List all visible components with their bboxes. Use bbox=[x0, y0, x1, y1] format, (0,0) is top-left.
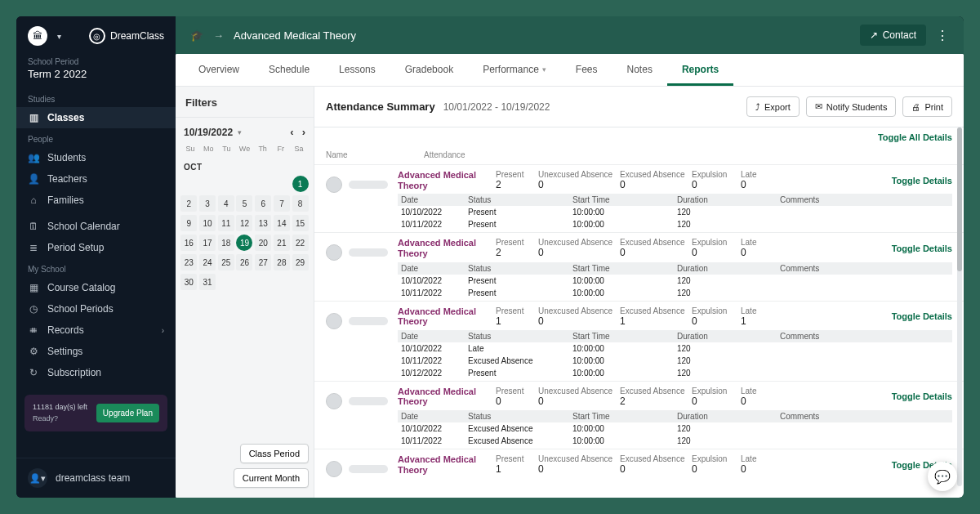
calendar-day[interactable]: 30 bbox=[180, 274, 197, 290]
student-row: Advanced Medical TheoryPresent2Unexcused… bbox=[314, 164, 964, 232]
calendar-day[interactable]: 22 bbox=[292, 235, 309, 251]
avatar bbox=[326, 177, 342, 193]
tab-notes[interactable]: Notes bbox=[612, 54, 667, 86]
calendar-day[interactable]: 6 bbox=[255, 195, 271, 212]
calendar-day[interactable]: 23 bbox=[180, 254, 197, 270]
subject-link[interactable]: Advanced Medical Theory bbox=[398, 454, 496, 475]
toggle-details[interactable]: Toggle Details bbox=[892, 391, 952, 401]
calendar-day[interactable]: 26 bbox=[236, 254, 252, 270]
class-period-button[interactable]: Class Period bbox=[240, 444, 309, 463]
calendar-day[interactable]: 17 bbox=[199, 235, 216, 251]
tab-fees[interactable]: Fees bbox=[561, 54, 612, 86]
toggle-details[interactable]: Toggle Details bbox=[892, 176, 952, 185]
avatar bbox=[326, 313, 342, 329]
upgrade-button[interactable]: Upgrade Plan bbox=[96, 404, 159, 422]
catalog-icon: ▦ bbox=[28, 282, 39, 293]
calendar-day[interactable]: 21 bbox=[274, 235, 290, 251]
calendar-day[interactable]: 12 bbox=[236, 215, 252, 231]
calendar-day[interactable]: 28 bbox=[274, 254, 290, 270]
sidebar-item-teachers[interactable]: 👤Teachers bbox=[16, 168, 176, 190]
sidebar-item-subscription[interactable]: ↻Subscription bbox=[16, 362, 176, 383]
calendar-day[interactable]: 3 bbox=[199, 195, 216, 212]
breadcrumb-title: Advanced Medical Theory bbox=[234, 29, 356, 42]
chevron-down-icon[interactable]: ▾ bbox=[238, 128, 242, 136]
calendar-day[interactable]: 16 bbox=[180, 235, 197, 251]
detail-row: 10/12/2022Present10:00:00120 bbox=[398, 367, 952, 379]
subject-link[interactable]: Advanced Medical Theory bbox=[398, 238, 496, 258]
calendar-day[interactable]: 24 bbox=[199, 254, 216, 270]
sidebar-item-calendar[interactable]: 🗓School Calendar bbox=[16, 216, 176, 237]
notify-button[interactable]: ✉Notify Students bbox=[806, 96, 897, 117]
prev-month[interactable]: ‹ bbox=[290, 126, 293, 138]
filter-date[interactable]: 10/19/2022 bbox=[184, 127, 233, 138]
detail-row: 10/10/2022Present10:00:00120 bbox=[398, 206, 952, 218]
calendar-day[interactable]: 14 bbox=[274, 215, 290, 231]
calendar-day[interactable]: 5 bbox=[236, 195, 252, 212]
calendar-day[interactable]: 29 bbox=[292, 254, 309, 270]
sidebar-item-records[interactable]: ⩩Records› bbox=[16, 320, 176, 341]
chevron-down-icon: ▾ bbox=[57, 32, 61, 41]
detail-row: 10/11/2022Excused Absence10:00:00120 bbox=[398, 435, 952, 447]
subject-link[interactable]: Advanced Medical Theory bbox=[398, 387, 496, 407]
toggle-details[interactable]: Toggle Details bbox=[892, 244, 952, 253]
current-month-button[interactable]: Current Month bbox=[234, 468, 309, 488]
toggle-all-details[interactable]: Toggle All Details bbox=[314, 127, 964, 147]
tab-schedule[interactable]: Schedule bbox=[254, 54, 324, 86]
sidebar-item-school-periods[interactable]: ◷School Periods bbox=[16, 298, 176, 320]
calendar-day[interactable]: 11 bbox=[218, 215, 234, 231]
calendar-day[interactable]: 13 bbox=[255, 215, 271, 231]
calendar-day[interactable]: 4 bbox=[218, 195, 234, 212]
print-button[interactable]: 🖨Print bbox=[902, 96, 952, 117]
calendar-day[interactable]: 27 bbox=[255, 254, 271, 270]
tab-lessons[interactable]: Lessons bbox=[324, 54, 390, 86]
calendar-day[interactable]: 31 bbox=[199, 274, 216, 290]
next-month[interactable]: › bbox=[302, 126, 305, 138]
calendar-day[interactable]: 9 bbox=[180, 215, 197, 231]
calendar-day[interactable]: 1 bbox=[292, 176, 309, 192]
tab-overview[interactable]: Overview bbox=[184, 54, 254, 86]
calendar-day[interactable]: 19 bbox=[236, 235, 252, 251]
sidebar-item-students[interactable]: 👥Students bbox=[16, 147, 176, 168]
sidebar-item-course-catalog[interactable]: ▦Course Catalog bbox=[16, 277, 176, 298]
user-menu[interactable]: 👤▾ dreamclass team bbox=[16, 458, 176, 498]
calendar-day[interactable]: 7 bbox=[274, 195, 290, 212]
student-name-placeholder bbox=[349, 397, 388, 405]
calendar-day[interactable]: 10 bbox=[199, 215, 216, 231]
student-row: Advanced Medical TheoryPresent1Unexcused… bbox=[314, 301, 964, 381]
student-name-placeholder bbox=[349, 181, 388, 189]
detail-row: 10/11/2022Present10:00:00120 bbox=[398, 218, 952, 230]
gear-icon: ⚙ bbox=[28, 346, 39, 357]
chat-fab[interactable]: 💬 bbox=[928, 462, 957, 491]
contact-button[interactable]: ↗Contact bbox=[860, 25, 926, 46]
user-avatar-icon: 👤▾ bbox=[28, 468, 47, 488]
toggle-details[interactable]: Toggle Details bbox=[892, 311, 952, 321]
sidebar-item-families[interactable]: ⌂Families bbox=[16, 190, 176, 211]
subject-link[interactable]: Advanced Medical Theory bbox=[398, 306, 496, 327]
calendar-day[interactable]: 2 bbox=[180, 195, 197, 212]
sidebar-item-settings[interactable]: ⚙Settings bbox=[16, 341, 176, 362]
tab-reports[interactable]: Reports bbox=[667, 54, 733, 86]
brand-name: DreamClass bbox=[110, 30, 164, 42]
graduation-icon: 🎓 bbox=[190, 29, 203, 42]
sidebar-item-period-setup[interactable]: ≣Period Setup bbox=[16, 237, 176, 258]
topbar: 🎓 → Advanced Medical Theory ↗Contact ⋮ bbox=[176, 16, 964, 54]
school-switcher[interactable]: 🏛 bbox=[28, 26, 47, 46]
calendar-day[interactable]: 25 bbox=[218, 254, 234, 270]
sidebar-item-classes[interactable]: ▥Classes bbox=[16, 107, 176, 128]
calendar-day[interactable]: 20 bbox=[255, 235, 271, 251]
tab-gradebook[interactable]: Gradebook bbox=[390, 54, 468, 86]
filters-title: Filters bbox=[176, 87, 314, 118]
calendar-day[interactable]: 8 bbox=[292, 195, 309, 212]
student-name-placeholder bbox=[349, 465, 388, 473]
calendar-day[interactable]: 15 bbox=[292, 215, 309, 231]
calendar-day[interactable]: 18 bbox=[218, 235, 234, 251]
subject-link[interactable]: Advanced Medical Theory bbox=[398, 170, 496, 190]
export-button[interactable]: ⤴Export bbox=[746, 96, 800, 117]
detail-row: 10/10/2022Present10:00:00120 bbox=[398, 275, 952, 287]
brand-logo: ◎ DreamClass bbox=[89, 28, 164, 44]
tab-performance[interactable]: Performance▾ bbox=[468, 54, 561, 86]
chevron-right-icon: › bbox=[162, 326, 164, 335]
student-row: Advanced Medical TheoryPresent1Unexcused… bbox=[314, 449, 964, 479]
kebab-menu[interactable]: ⋮ bbox=[936, 28, 949, 43]
scrollbar[interactable] bbox=[957, 127, 962, 486]
